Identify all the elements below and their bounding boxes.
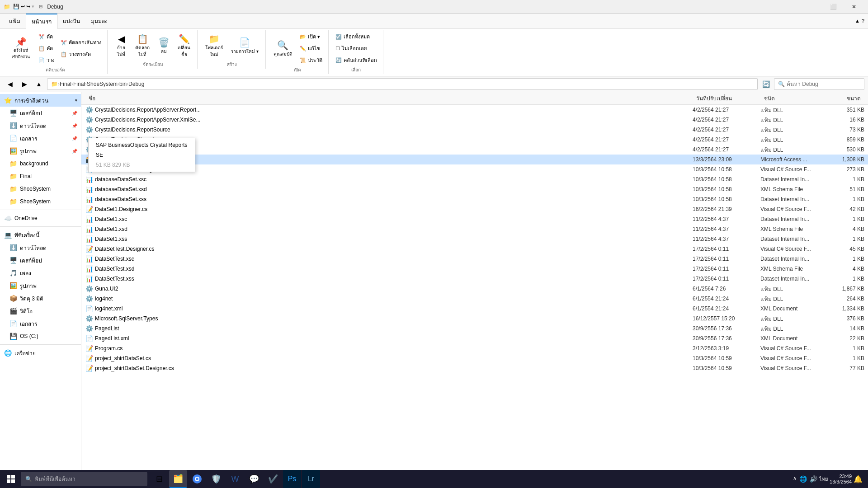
taskbar-app-line[interactable]: 💬: [245, 470, 263, 488]
table-row[interactable]: ⚙️ CrystalDecisions.ReportAppServer.XmlS…: [81, 115, 868, 125]
taskbar-chevron[interactable]: ∧: [793, 475, 797, 483]
cut-button[interactable]: ✂️ ตัด: [36, 31, 57, 42]
table-row[interactable]: 📄 PagedList.xml 30/9/2556 17:36 XML Docu…: [81, 333, 868, 343]
tab-file[interactable]: แฟ้ม: [4, 14, 26, 28]
refresh-button[interactable]: 🔄: [760, 79, 772, 89]
table-row[interactable]: ⚙️ log4net 6/1/2554 21:24 แฟ้ม DLL 264 K…: [81, 294, 868, 304]
table-row[interactable]: 📊 DataSet1.xss 11/2/2564 4:37 Dataset In…: [81, 234, 868, 244]
forward-button[interactable]: ▶: [18, 79, 31, 89]
taskbar-notifications[interactable]: 🔔: [854, 475, 863, 483]
qat-undo[interactable]: ↩: [21, 4, 25, 9]
col-name[interactable]: ชื่อ: [85, 92, 693, 104]
table-row[interactable]: 📊 DataSetTest.xsc 17/2/2564 0:11 Dataset…: [81, 254, 868, 264]
sidebar-item-pictures[interactable]: 🖼️ รูปภาพ 📌: [0, 145, 81, 157]
table-row[interactable]: ⚙️ Microsoft.SqlServer.Types 16/12/2557 …: [81, 314, 868, 324]
minimize-button[interactable]: —: [802, 0, 823, 14]
start-button[interactable]: [2, 470, 20, 488]
search-box[interactable]: 🔍: [774, 78, 864, 90]
select-all-button[interactable]: ☑️ เลือกทั้งหมด: [333, 31, 379, 42]
taskbar-app-lightroom[interactable]: Lr: [302, 470, 320, 488]
context-item-1[interactable]: SE: [89, 150, 195, 160]
properties-button[interactable]: 🔍 คุณสมบัติ: [270, 38, 296, 60]
sidebar-item-final[interactable]: 📁 Final: [0, 170, 81, 183]
taskbar-search-input[interactable]: [35, 476, 143, 482]
table-row[interactable]: 📊 DataSet1.xsc 11/2/2564 4:37 Dataset In…: [81, 214, 868, 224]
tab-home[interactable]: หน้าแรก: [26, 14, 57, 28]
qat-redo[interactable]: ↪: [26, 4, 30, 9]
qat-save[interactable]: 💾: [13, 4, 19, 9]
col-date[interactable]: วันที่ปรับเปลี่ยน: [693, 92, 760, 104]
table-row[interactable]: ⚙️ CrystalDecisions.Windows.Forms 4/2/25…: [81, 145, 868, 155]
rename-button[interactable]: ✏️ เปลี่ยนชื่อ: [175, 31, 193, 60]
table-row[interactable]: 📊 DataSetTest.xss 17/2/2564 0:11 Dataset…: [81, 274, 868, 284]
taskbar-app-word[interactable]: W: [226, 470, 244, 488]
taskbar-app-photoshop[interactable]: Ps: [283, 470, 301, 488]
search-input[interactable]: [787, 81, 860, 87]
table-row[interactable]: ⚙️ Guna.UI2 6/1/2564 7:26 แฟ้ม DLL 1,867…: [81, 284, 868, 294]
taskbar-app-chrome[interactable]: [188, 470, 206, 488]
sidebar-item-desktop-pc[interactable]: 🖥️ เดสก์ท็อป: [0, 254, 81, 267]
table-row[interactable]: 📊 DataSet1.xsd 11/2/2564 4:37 XML Schema…: [81, 224, 868, 234]
sidebar-item-documents-pc[interactable]: 📄 เอกสาร: [0, 317, 81, 330]
taskbar-app-view[interactable]: ⊟: [150, 470, 168, 488]
taskbar-app-antivirus[interactable]: 🛡️: [207, 470, 225, 488]
taskbar-app-explorer[interactable]: 🗂️: [169, 470, 187, 488]
sidebar-item-network[interactable]: 🌐 เครือข่าย: [0, 347, 81, 359]
paste-button[interactable]: 📄 วาง: [36, 55, 57, 66]
history-button[interactable]: 📜 ประวัติ: [297, 55, 325, 66]
table-row[interactable]: 📝 DataSet1.Designer.cs 16/2/2564 21:39 V…: [81, 204, 868, 214]
deselect-button[interactable]: ☐ ไม่เลือกเลย: [333, 43, 379, 54]
tab-share[interactable]: แบ่งปัน: [57, 14, 85, 28]
sidebar-item-shoesystem2[interactable]: 📁 ShoeSystem: [0, 195, 81, 208]
sidebar-item-video[interactable]: 🎬 วิดีโอ: [0, 305, 81, 317]
table-row[interactable]: ⚙️ CrystalDecisions.Shared 4/2/2564 21:2…: [81, 135, 868, 145]
edit-button[interactable]: ✏️ แก้ไข: [297, 43, 325, 54]
table-row[interactable]: 📝 DataSetTest.Designer.cs 17/2/2564 0:11…: [81, 244, 868, 254]
ribbon-help[interactable]: ?: [862, 18, 864, 23]
sidebar-item-pictures-pc[interactable]: 🖼️ รูปภาพ: [0, 279, 81, 292]
table-row[interactable]: 📊 databaseDataSet.xss 10/3/2564 10:58 Da…: [81, 194, 868, 204]
ribbon-collapse[interactable]: ▲: [855, 18, 860, 23]
copy-path-button[interactable]: ✂️ คัดลอกเส้นทาง: [58, 37, 104, 48]
table-row[interactable]: 📝 project_shirtDataSet.cs 10/3/2564 10:5…: [81, 353, 868, 363]
new-item-button[interactable]: 📄 รายการใหม่ ▾: [228, 35, 262, 57]
table-row[interactable]: 📊 DataSetTest.xsd 17/2/2564 0:11 XML Sch…: [81, 264, 868, 274]
col-size[interactable]: ขนาด: [828, 92, 864, 104]
table-row[interactable]: 📊 databaseDataSet.xsc 10/3/2564 10:58 Da…: [81, 174, 868, 184]
sidebar-item-background[interactable]: 📁 background: [0, 157, 81, 170]
sidebar-item-onedrive[interactable]: ☁️ OneDrive: [0, 212, 81, 225]
delete-button[interactable]: 🗑️ ลบ: [155, 35, 173, 57]
copy-button[interactable]: 📋 คัด: [36, 43, 57, 54]
sidebar-item-quick-access[interactable]: ⭐ การเข้าถึงด่วน ▾: [0, 94, 81, 107]
table-row[interactable]: 📝 project_shirtDataSet.Designer.cs 10/3/…: [81, 363, 868, 373]
back-button[interactable]: ◀: [4, 79, 16, 89]
table-row[interactable]: ⚙️ PagedList 30/9/2556 17:36 แฟ้ม DLL 14…: [81, 324, 868, 333]
sidebar-item-shoesystem1[interactable]: 📁 ShoeSystem: [0, 183, 81, 195]
table-row[interactable]: 📊 databaseDataSet.xsd 10/3/2564 10:58 XM…: [81, 184, 868, 194]
sidebar-item-music[interactable]: 🎵 เพลง: [0, 267, 81, 279]
taskbar-search[interactable]: 🔍: [21, 472, 147, 486]
sidebar-item-desktop[interactable]: 🖥️ เดสก์ท็อป 📌: [0, 107, 81, 119]
sidebar-item-c-drive[interactable]: 💾 OS (C:): [0, 330, 81, 343]
close-button[interactable]: ✕: [844, 0, 864, 14]
open-button[interactable]: 📂 เปิด ▾: [297, 31, 325, 42]
context-item-0[interactable]: SAP BusinessObjects Crystal Reports: [89, 140, 195, 150]
table-row[interactable]: ⚙️ CrystalDecisions.ReportSource 4/2/256…: [81, 125, 868, 135]
maximize-button[interactable]: ⬜: [823, 0, 844, 14]
table-row[interactable]: 🗃️ database 13/3/2564 23:09 Microsoft Ac…: [81, 155, 868, 164]
invert-selection-button[interactable]: 🔄 คลับส่วนที่เลือก: [333, 55, 379, 66]
up-button[interactable]: ▲: [33, 79, 45, 89]
col-type[interactable]: ชนิด: [760, 92, 828, 104]
new-folder-button[interactable]: 📁 โฟลเดอร์ใหม่: [202, 31, 226, 60]
move-to-button[interactable]: ◀ ย้ายไปที่: [112, 31, 130, 60]
sidebar-item-downloads[interactable]: ⬇️ ดาวน์โหลด 📌: [0, 119, 81, 132]
address-path[interactable]: 📁 › Final › Final › ShoeSystem › bin › D…: [47, 78, 758, 90]
table-row[interactable]: 📝 databaseDataSet.Designer.cs 10/3/2564 …: [81, 164, 868, 174]
table-row[interactable]: 📄 log4net.xml 6/1/2554 21:24 XML Documen…: [81, 304, 868, 314]
pin-quick-access-button[interactable]: 📌 ตรึงไปที่เข้าถึงด่วน: [7, 34, 34, 62]
sidebar-item-downloads-pc[interactable]: ⬇️ ดาวน์โหลด: [0, 241, 81, 254]
table-row[interactable]: ⚙️ CrystalDecisions.ReportAppServer.Repo…: [81, 105, 868, 115]
sidebar-item-documents[interactable]: 📄 เอกสาร 📌: [0, 132, 81, 145]
sidebar-item-this-pc[interactable]: 💻 พีซีเครื่องนี้: [0, 229, 81, 241]
paste-shortcut-button[interactable]: 📋 วางทางลัด: [58, 49, 104, 60]
